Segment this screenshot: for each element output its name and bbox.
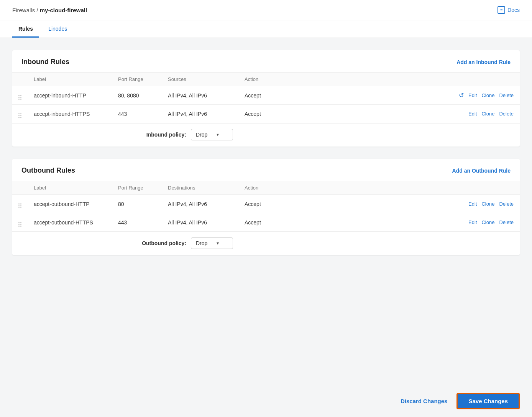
inbound-row1-port: 80, 8080 <box>112 86 162 105</box>
outbound-row2-clone-button[interactable]: Clone <box>481 219 494 225</box>
docs-label: Docs <box>507 7 520 13</box>
inbound-policy-value: Drop <box>196 132 207 138</box>
inbound-th-sources: Sources <box>162 73 238 86</box>
main-content: Inbound Rules Add an Inbound Rule Label … <box>0 38 532 306</box>
table-row: accept-outbound-HTTPS 443 All IPv4, All … <box>12 213 520 232</box>
outbound-rules-table: Label Port Range Destinations Action <box>12 181 520 232</box>
outbound-row1-action: Accept <box>238 195 288 213</box>
inbound-table-header: Label Port Range Sources Action <box>12 73 520 86</box>
inbound-section-header: Inbound Rules Add an Inbound Rule <box>12 50 520 72</box>
outbound-policy-select[interactable]: Drop ▾ <box>191 237 233 249</box>
inbound-row1-actions: ↺ Edit Clone Delete <box>294 92 514 99</box>
outbound-th-controls <box>288 181 520 195</box>
inbound-row1-sources: All IPv4, All IPv6 <box>162 86 238 105</box>
footer-actions: Discard Changes Save Changes <box>0 385 532 417</box>
outbound-policy-value: Drop <box>196 240 207 246</box>
undo-icon[interactable]: ↺ <box>459 92 464 99</box>
inbound-row2-port: 443 <box>112 105 162 123</box>
outbound-row1-destinations: All IPv4, All IPv6 <box>162 195 238 213</box>
inbound-row2-delete-button[interactable]: Delete <box>499 111 514 117</box>
page-container: Firewalls / my-cloud-firewall ≡ Docs Rul… <box>0 0 532 417</box>
inbound-row1-delete-button[interactable]: Delete <box>499 92 514 98</box>
inbound-row2-sources: All IPv4, All IPv6 <box>162 105 238 123</box>
outbound-th-destinations: Destinations <box>162 181 238 195</box>
add-outbound-rule-button[interactable]: Add an Outbound Rule <box>452 168 511 174</box>
inbound-row1-clone-button[interactable]: Clone <box>481 92 494 98</box>
inbound-row2-clone-button[interactable]: Clone <box>481 111 494 117</box>
inbound-th-label: Label <box>28 73 112 86</box>
discard-changes-button[interactable]: Discard Changes <box>401 398 448 404</box>
chevron-down-icon: ▾ <box>217 132 219 137</box>
inbound-policy-row: Inbound policy: Drop ▾ <box>12 123 520 147</box>
inbound-th-port: Port Range <box>112 73 162 86</box>
outbound-section-header: Outbound Rules Add an Outbound Rule <box>12 159 520 181</box>
tab-rules[interactable]: Rules <box>12 20 39 38</box>
tabs-bar: Rules Linodes <box>0 20 532 38</box>
outbound-row2-edit-button[interactable]: Edit <box>468 219 477 225</box>
inbound-th-controls <box>288 73 520 86</box>
outbound-th-drag <box>12 181 28 195</box>
outbound-row2-actions: Edit Clone Delete <box>294 219 514 225</box>
inbound-policy-label: Inbound policy: <box>140 132 186 138</box>
outbound-row1-edit-button[interactable]: Edit <box>468 201 477 207</box>
docs-link[interactable]: ≡ Docs <box>498 6 520 14</box>
drag-handle-cell <box>12 86 28 105</box>
outbound-row1-port: 80 <box>112 195 162 213</box>
inbound-row2-edit-button[interactable]: Edit <box>468 111 477 117</box>
outbound-th-label: Label <box>28 181 112 195</box>
outbound-row2-action: Accept <box>238 213 288 232</box>
drag-handle-icon[interactable] <box>18 203 21 208</box>
breadcrumb-parent: Firewalls <box>12 7 35 13</box>
drag-handle-cell <box>12 105 28 123</box>
outbound-row2-port: 443 <box>112 213 162 232</box>
inbound-rules-section: Inbound Rules Add an Inbound Rule Label … <box>12 50 520 147</box>
inbound-row2-controls: Edit Clone Delete <box>288 105 520 123</box>
top-bar: Firewalls / my-cloud-firewall ≡ Docs <box>0 0 532 20</box>
inbound-th-drag <box>12 73 28 86</box>
doc-icon: ≡ <box>498 6 505 14</box>
inbound-row1-action: Accept <box>238 86 288 105</box>
inbound-rules-table: Label Port Range Sources Action <box>12 72 520 123</box>
table-row: accept-outbound-HTTP 80 All IPv4, All IP… <box>12 195 520 213</box>
outbound-row1-controls: Edit Clone Delete <box>288 195 520 213</box>
inbound-row1-label: accept-inbound-HTTP <box>28 86 112 105</box>
inbound-row1-edit-button[interactable]: Edit <box>468 92 477 98</box>
drag-handle-icon[interactable] <box>18 113 21 118</box>
drag-handle-icon[interactable] <box>18 95 21 100</box>
inbound-row2-action: Accept <box>238 105 288 123</box>
outbound-rules-section: Outbound Rules Add an Outbound Rule Labe… <box>12 159 520 255</box>
outbound-row2-destinations: All IPv4, All IPv6 <box>162 213 238 232</box>
outbound-row2-label: accept-outbound-HTTPS <box>28 213 112 232</box>
inbound-row1-controls: ↺ Edit Clone Delete <box>288 86 520 105</box>
inbound-row2-actions: Edit Clone Delete <box>294 111 514 117</box>
breadcrumb: Firewalls / my-cloud-firewall <box>12 7 87 13</box>
add-inbound-rule-button[interactable]: Add an Inbound Rule <box>456 59 511 65</box>
save-changes-button[interactable]: Save Changes <box>456 393 520 409</box>
table-row: accept-inbound-HTTPS 443 All IPv4, All I… <box>12 105 520 123</box>
outbound-table-header: Label Port Range Destinations Action <box>12 181 520 195</box>
outbound-row1-actions: Edit Clone Delete <box>294 201 514 207</box>
inbound-section-title: Inbound Rules <box>21 58 69 66</box>
outbound-row2-controls: Edit Clone Delete <box>288 213 520 232</box>
outbound-row1-delete-button[interactable]: Delete <box>499 201 514 207</box>
table-row: accept-inbound-HTTP 80, 8080 All IPv4, A… <box>12 86 520 105</box>
outbound-policy-label: Outbound policy: <box>140 240 186 246</box>
drag-handle-cell <box>12 213 28 232</box>
tab-linodes[interactable]: Linodes <box>42 20 73 38</box>
drag-handle-icon[interactable] <box>18 222 21 227</box>
drag-handle-cell <box>12 195 28 213</box>
outbound-policy-row: Outbound policy: Drop ▾ <box>12 232 520 255</box>
outbound-row1-clone-button[interactable]: Clone <box>481 201 494 207</box>
inbound-policy-select[interactable]: Drop ▾ <box>191 129 233 140</box>
outbound-th-action: Action <box>238 181 288 195</box>
outbound-row2-delete-button[interactable]: Delete <box>499 219 514 225</box>
outbound-section-title: Outbound Rules <box>21 166 75 175</box>
outbound-row1-label: accept-outbound-HTTP <box>28 195 112 213</box>
inbound-th-action: Action <box>238 73 288 86</box>
outbound-th-port: Port Range <box>112 181 162 195</box>
inbound-row2-label: accept-inbound-HTTPS <box>28 105 112 123</box>
breadcrumb-current: my-cloud-firewall <box>40 7 87 13</box>
breadcrumb-separator: / <box>36 7 39 13</box>
chevron-down-icon: ▾ <box>217 241 219 246</box>
